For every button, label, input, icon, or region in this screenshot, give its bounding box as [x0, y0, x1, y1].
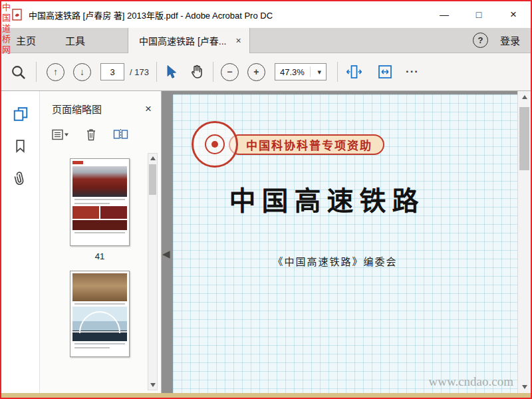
thumb-text-line — [74, 343, 125, 344]
separator — [337, 62, 338, 82]
document-tab-label: 中国高速铁路 [卢春... — [139, 34, 226, 47]
thumb-text-line — [74, 199, 125, 200]
separator — [36, 62, 37, 82]
sign-in-button[interactable]: 登录 — [500, 33, 520, 47]
main-toolbar: ↑ ↓ / 173 − + 47.3% ▾ — [1, 53, 531, 91]
seal-icon — [192, 121, 238, 168]
collapse-left-arrow-icon[interactable]: ◀ — [162, 248, 170, 260]
page-thumbnail[interactable] — [70, 158, 130, 246]
document-area: 中国科协科普专项资助 中国高速铁路 《中国高速铁路》编委会 www.cndao.… — [162, 91, 531, 393]
thumb-photo-station — [72, 273, 127, 301]
page-thumbnail[interactable] — [70, 271, 130, 357]
panel-scrollbar-thumb[interactable] — [149, 164, 156, 195]
acrobat-app-icon — [12, 9, 23, 21]
panel-header: 页面缩略图 × — [40, 91, 161, 121]
bottom-frame-strip — [1, 393, 531, 398]
funding-stamp: 中国科协科普专项资助 — [192, 121, 384, 168]
window-title: 中国高速铁路 [卢春房 著] 2013年版.pdf - Adobe Acroba… — [29, 9, 273, 21]
separator — [156, 62, 157, 82]
panel-close-icon[interactable]: × — [145, 102, 152, 116]
window-controls: — □ × — [427, 1, 531, 28]
fit-page-icon[interactable] — [376, 64, 394, 80]
book-title: 中国高速铁路 — [173, 180, 481, 218]
scrolling-mode-icon[interactable] — [345, 64, 363, 80]
scroll-up-arrow[interactable] — [518, 92, 531, 102]
zoom-level-value: 47.3% — [280, 67, 305, 77]
book-byline: 《中国高速铁路》编委会 — [173, 254, 497, 268]
close-button[interactable]: × — [496, 1, 531, 28]
page-number-input[interactable] — [100, 63, 124, 80]
search-icon[interactable] — [11, 65, 26, 80]
select-tool-icon[interactable] — [164, 65, 178, 80]
zoom-in-button[interactable]: + — [247, 63, 265, 81]
more-tools-button[interactable]: ... — [406, 67, 419, 77]
thumb-text-line — [74, 303, 125, 305]
attachments-icon[interactable] — [12, 169, 29, 190]
minimize-button[interactable]: — — [427, 1, 462, 28]
thumb-photo-bridge — [72, 307, 127, 341]
separator — [213, 62, 213, 82]
site-watermark-url: www.cndao.com — [428, 374, 513, 389]
scroll-up-arrow[interactable] — [148, 154, 157, 163]
panel-scrollbar[interactable] — [148, 153, 158, 390]
thumb-text-line — [74, 203, 110, 204]
thumb-text-line — [74, 347, 110, 348]
thumb-text-line — [74, 232, 125, 233]
thumbnail-list: 41 — [40, 152, 161, 393]
document-tab[interactable]: 中国高速铁路 [卢春... × — [128, 28, 250, 53]
panel-title: 页面缩略图 — [52, 102, 102, 116]
tab-tools[interactable]: 工具 — [51, 28, 100, 53]
zoom-out-button[interactable]: − — [221, 63, 239, 81]
document-scrollbar[interactable] — [517, 91, 531, 393]
page-thumbnails-icon[interactable] — [13, 106, 29, 124]
maximize-button[interactable]: □ — [462, 1, 496, 28]
panel-toolbar — [40, 121, 161, 152]
body: 页面缩略图 × — [1, 91, 531, 393]
delete-pages-icon[interactable] — [85, 128, 97, 144]
document-tab-close-icon[interactable]: × — [235, 35, 241, 46]
thumb-photo-wide — [72, 220, 127, 230]
navigation-pane-strip — [1, 91, 40, 393]
tab-bar: 主页 工具 中国高速铁路 [卢春... × ? 登录 — [1, 28, 531, 53]
thumbnail-page-number: 41 — [95, 251, 104, 261]
pdf-page: 中国科协科普专项资助 中国高速铁路 《中国高速铁路》编委会 www.cndao.… — [173, 94, 517, 393]
next-page-button[interactable]: ↓ — [73, 63, 91, 81]
panel-options-icon[interactable] — [52, 129, 69, 143]
bookmarks-icon[interactable] — [14, 139, 27, 156]
scroll-down-arrow[interactable] — [518, 382, 531, 392]
page-thumbnails-panel: 页面缩略图 × — [40, 91, 162, 393]
thumb-red-tag — [72, 161, 83, 164]
acrobat-window: 中国道桥网 中国高速铁路 [卢春房 著] 2013年版.pdf - Adobe … — [0, 0, 532, 399]
scroll-down-arrow[interactable] — [148, 380, 157, 390]
thumb-photo-small — [100, 206, 127, 219]
thumb-photo-crane — [72, 166, 127, 197]
previous-page-button[interactable]: ↑ — [47, 63, 65, 81]
title-bar: 中国高速铁路 [卢春房 著] 2013年版.pdf - Adobe Acroba… — [1, 1, 531, 28]
site-watermark-vertical: 中国道桥网 — [1, 3, 10, 56]
document-scrollbar-thumb[interactable] — [519, 107, 529, 170]
thumb-photo-small — [72, 206, 99, 219]
stamp-banner-text: 中国科协科普专项资助 — [229, 134, 384, 155]
split-document-icon[interactable] — [113, 128, 128, 143]
hand-tool-icon[interactable] — [190, 64, 205, 80]
page-total-label: / 173 — [130, 67, 149, 77]
tabbar-right: ? 登录 — [473, 28, 531, 53]
chevron-down-icon: ▾ — [310, 66, 321, 77]
zoom-level-dropdown[interactable]: 47.3% ▾ — [275, 63, 327, 80]
help-icon[interactable]: ? — [473, 33, 488, 48]
